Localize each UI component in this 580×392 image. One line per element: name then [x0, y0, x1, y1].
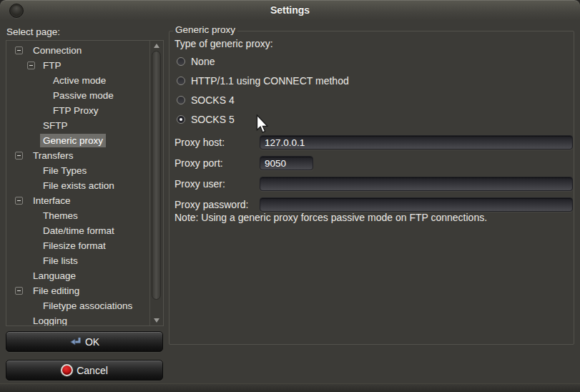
titlebar: Settings [0, 0, 580, 20]
tree-item-label: Active mode [50, 74, 109, 87]
tree-item-connection[interactable]: Connection [6, 43, 148, 58]
tree-item-ftp[interactable]: FTP [6, 58, 148, 73]
proxy-user-input[interactable] [260, 177, 573, 191]
generic-proxy-groupbox: Generic proxy Type of generic proxy: Non… [169, 31, 574, 345]
expander-minus-icon[interactable] [15, 46, 23, 54]
ok-button[interactable]: OK [6, 331, 163, 352]
window-bottom-edge [0, 383, 580, 392]
radio-icon[interactable] [177, 96, 185, 104]
scrollbar-thumb[interactable] [152, 51, 161, 300]
tree-item-date-time-format[interactable]: Date/time format [6, 223, 148, 238]
radio-option-label: SOCKS 5 [191, 114, 235, 125]
proxy-password-label: Proxy password: [175, 199, 248, 210]
tree-item-file-types[interactable]: File Types [6, 163, 148, 178]
tree-item-label: Interface [30, 194, 74, 207]
tree-item-sftp[interactable]: SFTP [6, 118, 148, 133]
tree-item-label: Language [30, 269, 79, 283]
radio-option-label: None [191, 56, 215, 67]
radio-option-http-1-1-using-connect-method[interactable]: HTTP/1.1 using CONNECT method [169, 75, 456, 87]
tree-item-label: Date/time format [40, 224, 117, 237]
tree-item-label: File editing [30, 284, 82, 298]
proxy-host-label: Proxy host: [175, 137, 225, 148]
tree-item-label: Generic proxy [40, 134, 106, 147]
tree-item-interface[interactable]: Interface [6, 193, 148, 208]
proxy-note: Note: Using a generic proxy forces passi… [175, 212, 487, 223]
tree-item-label: Themes [40, 209, 81, 222]
ok-button-label: OK [85, 336, 99, 348]
tree-item-label: Logging [30, 314, 70, 326]
tree-scrollbar[interactable] [149, 41, 163, 325]
tree-item-label: Transfers [30, 149, 77, 162]
tree-item-file-editing[interactable]: File editing [6, 283, 148, 298]
settings-tree[interactable]: ConnectionFTPActive modePassive modeFTP … [6, 40, 164, 326]
scroll-down-icon[interactable] [154, 318, 159, 323]
tree-item-label: Connection [30, 44, 84, 57]
proxy-host-input[interactable] [260, 135, 573, 150]
radio-option-none[interactable]: None [169, 56, 456, 67]
proxy-port-input[interactable] [260, 156, 313, 170]
scroll-up-icon[interactable] [154, 44, 159, 48]
tree-item-label: Filetype associations [40, 299, 135, 313]
proxy-password-input[interactable] [260, 197, 573, 212]
tree-item-file-lists[interactable]: File lists [6, 253, 148, 268]
tree-item-themes[interactable]: Themes [6, 208, 148, 223]
tree-item-generic-proxy[interactable]: Generic proxy [6, 133, 148, 148]
tree-item-label: FTP Proxy [50, 104, 102, 117]
expander-minus-icon[interactable] [15, 152, 23, 160]
radio-option-socks-5[interactable]: SOCKS 5 [169, 114, 456, 125]
radio-icon[interactable] [177, 57, 185, 66]
tree-item-active-mode[interactable]: Active mode [6, 73, 148, 88]
tree-item-label: File exists action [40, 179, 117, 192]
tree-item-label: Filesize format [40, 239, 109, 253]
stop-icon [61, 364, 73, 376]
tree-item-filetype-associations[interactable]: Filetype associations [6, 298, 148, 313]
proxy-type-label: Type of generic proxy: [175, 38, 273, 49]
proxy-port-label: Proxy port: [175, 157, 223, 169]
tree-item-label: Passive mode [50, 89, 117, 102]
tree-item-passive-mode[interactable]: Passive mode [6, 88, 148, 103]
groupbox-title: Generic proxy [173, 24, 237, 35]
radio-icon[interactable] [177, 77, 185, 85]
tree-item-label: SFTP [40, 119, 71, 132]
tree-item-label: FTP [40, 59, 64, 72]
cancel-button[interactable]: Cancel [6, 360, 163, 381]
radio-option-socks-4[interactable]: SOCKS 4 [169, 94, 456, 106]
tree-item-filesize-format[interactable]: Filesize format [6, 238, 148, 253]
expander-minus-icon[interactable] [15, 197, 23, 205]
radio-option-label: SOCKS 4 [191, 94, 235, 106]
radio-option-label: HTTP/1.1 using CONNECT method [191, 75, 349, 87]
tree-item-label: File lists [40, 254, 81, 268]
tree-item-label: File Types [40, 164, 89, 177]
expander-minus-icon[interactable] [15, 287, 23, 295]
tree-item-language[interactable]: Language [6, 268, 148, 283]
return-arrow-icon [69, 337, 82, 347]
proxy-user-label: Proxy user: [175, 178, 225, 190]
cancel-button-label: Cancel [77, 365, 108, 376]
window-title: Settings [0, 0, 580, 20]
select-page-label: Select page: [6, 26, 60, 37]
tree-item-file-exists-action[interactable]: File exists action [6, 178, 148, 193]
radio-selected-icon[interactable] [177, 115, 185, 124]
tree-item-transfers[interactable]: Transfers [6, 148, 148, 163]
settings-window: Settings Select page: ConnectionFTPActiv… [0, 0, 580, 392]
tree-item-logging[interactable]: Logging [6, 313, 148, 326]
tree-item-ftp-proxy[interactable]: FTP Proxy [6, 103, 148, 118]
expander-minus-icon[interactable] [27, 62, 35, 69]
